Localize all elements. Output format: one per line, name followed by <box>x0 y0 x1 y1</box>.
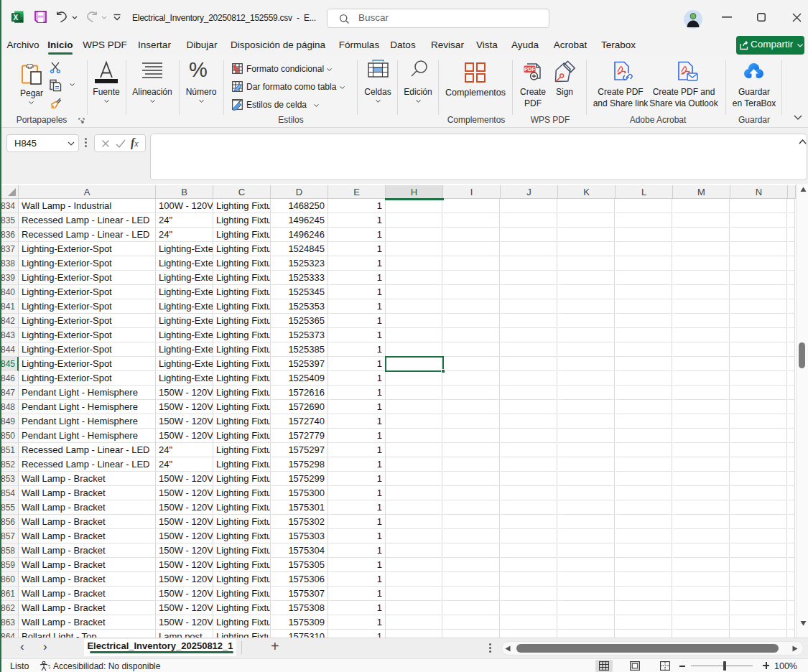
svg-text:?: ? <box>48 663 51 671</box>
svg-text:PDF: PDF <box>524 66 535 73</box>
svg-text:X: X <box>14 14 19 22</box>
